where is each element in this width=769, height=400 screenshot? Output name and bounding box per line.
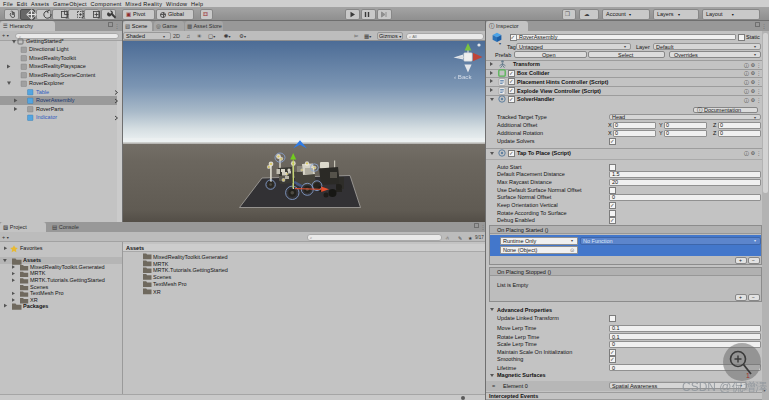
svg-text:‹ Back: ‹ Back <box>454 73 472 80</box>
svg-text:1: 1 <box>746 372 750 379</box>
